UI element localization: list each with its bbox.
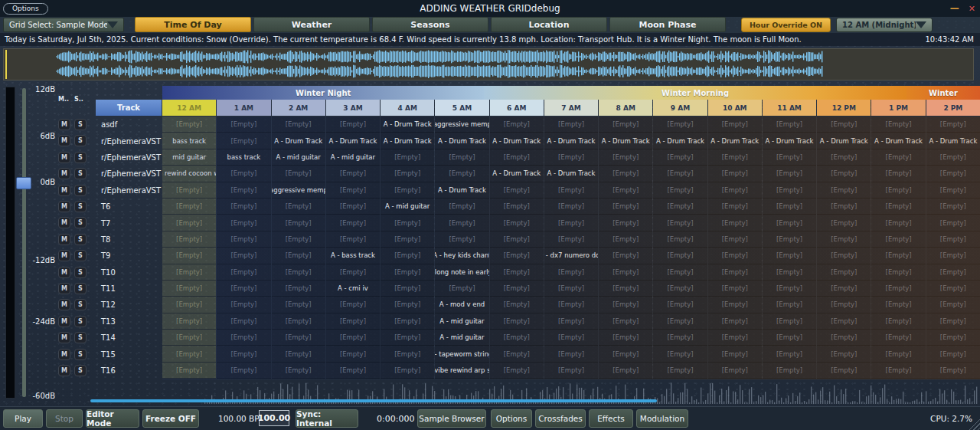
empty-slot[interactable]: [Empty] [162,182,216,199]
empty-slot[interactable]: [Empty] [435,199,488,215]
minimize-icon[interactable]: — [950,3,959,14]
empty-slot[interactable]: [Empty] [708,199,762,215]
empty-slot[interactable]: [Empty] [272,281,325,297]
empty-slot[interactable]: [Empty] [490,231,544,248]
sample-slot[interactable]: A - Drum Track [871,133,925,149]
empty-slot[interactable]: [Empty] [381,215,434,231]
empty-slot[interactable]: [Empty] [217,346,270,362]
empty-slot[interactable]: [Empty] [217,281,270,297]
empty-slot[interactable]: [Empty] [326,199,380,215]
empty-slot[interactable]: [Empty] [272,199,325,215]
empty-slot[interactable]: [Empty] [162,248,216,264]
empty-slot[interactable]: [Empty] [708,297,762,313]
empty-slot[interactable]: [Empty] [490,199,544,215]
sample-slot[interactable]: A - mid guitar [435,330,488,346]
empty-slot[interactable]: [Empty] [381,166,434,182]
empty-slot[interactable]: [Empty] [926,231,980,248]
track-name[interactable]: asdf [88,117,162,133]
sync-button[interactable]: Sync: Internal [296,409,358,428]
sample-slot[interactable]: A - tapeworm strings [435,346,488,362]
grid-select-dropdown[interactable]: Grid Select: Sample Mode [3,18,124,32]
empty-slot[interactable]: [Empty] [817,346,871,362]
empty-slot[interactable]: [Empty] [326,297,380,313]
empty-slot[interactable]: [Empty] [599,215,652,231]
empty-slot[interactable]: [Empty] [926,182,980,199]
empty-slot[interactable]: [Empty] [871,313,925,330]
empty-slot[interactable]: [Empty] [763,363,816,379]
empty-slot[interactable]: [Empty] [326,231,380,248]
empty-slot[interactable]: [Empty] [599,166,652,182]
empty-slot[interactable]: [Empty] [817,231,871,248]
empty-slot[interactable]: [Empty] [926,166,980,182]
hour-header[interactable]: 1 PM [871,100,925,116]
empty-slot[interactable]: [Empty] [272,363,325,379]
sample-slot[interactable]: A - Drum Track [926,133,980,149]
volume-slider-track[interactable] [22,88,26,397]
playhead[interactable] [5,50,7,79]
empty-slot[interactable]: [Empty] [326,313,380,330]
empty-slot[interactable]: [Empty] [326,330,380,346]
empty-slot[interactable]: [Empty] [490,363,544,379]
sample-slot[interactable]: A - mod v end [435,297,488,313]
empty-slot[interactable]: [Empty] [326,264,380,281]
solo-button[interactable]: S [74,332,87,343]
empty-slot[interactable]: [Empty] [708,166,762,182]
sample-slot[interactable]: A - mid guitar [381,199,434,215]
tab-moon-phase[interactable]: Moon Phase [609,17,726,32]
empty-slot[interactable]: [Empty] [926,297,980,313]
empty-slot[interactable]: [Empty] [272,117,325,133]
empty-slot[interactable]: [Empty] [326,363,380,379]
empty-slot[interactable]: [Empty] [490,215,544,231]
empty-slot[interactable]: [Empty] [217,117,270,133]
empty-slot[interactable]: [Empty] [544,264,598,281]
mute-button[interactable]: M [58,234,70,245]
hour-header[interactable]: 10 AM [708,100,762,116]
empty-slot[interactable]: [Empty] [162,363,216,379]
empty-slot[interactable]: [Empty] [653,231,707,248]
empty-slot[interactable]: [Empty] [763,117,816,133]
sample-slot[interactable]: vibe rewind cocoon wit... [162,166,216,182]
mute-button[interactable]: M [58,185,70,196]
empty-slot[interactable]: [Empty] [926,248,980,264]
hour-header[interactable]: 12 AM [162,100,216,116]
empty-slot[interactable]: [Empty] [871,149,925,166]
empty-slot[interactable]: [Empty] [490,149,544,166]
empty-slot[interactable]: [Empty] [599,199,652,215]
sample-slot[interactable]: A - Drum Track [599,133,652,149]
track-name[interactable]: T10 [88,264,162,281]
empty-slot[interactable]: [Empty] [653,182,707,199]
mute-button[interactable]: M [58,250,70,261]
empty-slot[interactable]: [Empty] [381,248,434,264]
empty-slot[interactable]: [Empty] [708,149,762,166]
empty-slot[interactable]: [Empty] [708,117,762,133]
empty-slot[interactable]: [Empty] [490,297,544,313]
mute-button[interactable]: M [58,332,70,343]
empty-slot[interactable]: [Empty] [926,149,980,166]
tab-location[interactable]: Location [491,17,607,32]
empty-slot[interactable]: [Empty] [653,199,707,215]
track-name[interactable]: T11 [88,281,162,297]
hour-header[interactable]: 4 AM [381,100,434,116]
sample-slot[interactable]: A - dx7 numero dos [544,248,598,264]
sample-slot[interactable]: A - Drum Track [544,133,598,149]
track-name[interactable]: r/EphemeraVST [88,166,162,182]
empty-slot[interactable]: [Empty] [817,182,871,199]
track-name[interactable]: T13 [88,313,162,330]
empty-slot[interactable]: [Empty] [763,264,816,281]
empty-slot[interactable]: [Empty] [217,330,270,346]
solo-button[interactable]: S [74,119,87,130]
empty-slot[interactable]: [Empty] [217,313,270,330]
empty-slot[interactable]: [Empty] [381,264,434,281]
empty-slot[interactable]: [Empty] [217,297,270,313]
empty-slot[interactable]: [Empty] [544,313,598,330]
sample-slot[interactable]: bass track [217,149,270,166]
empty-slot[interactable]: [Empty] [326,117,380,133]
sample-slot[interactable]: mid guitar [162,149,216,166]
empty-slot[interactable]: [Empty] [763,166,816,182]
empty-slot[interactable]: [Empty] [490,281,544,297]
sample-slot[interactable]: A - mid guitar [326,149,380,166]
empty-slot[interactable]: [Empty] [217,182,270,199]
hour-header[interactable]: 3 AM [326,100,380,116]
empty-slot[interactable]: [Empty] [217,166,270,182]
empty-slot[interactable]: [Empty] [272,215,325,231]
